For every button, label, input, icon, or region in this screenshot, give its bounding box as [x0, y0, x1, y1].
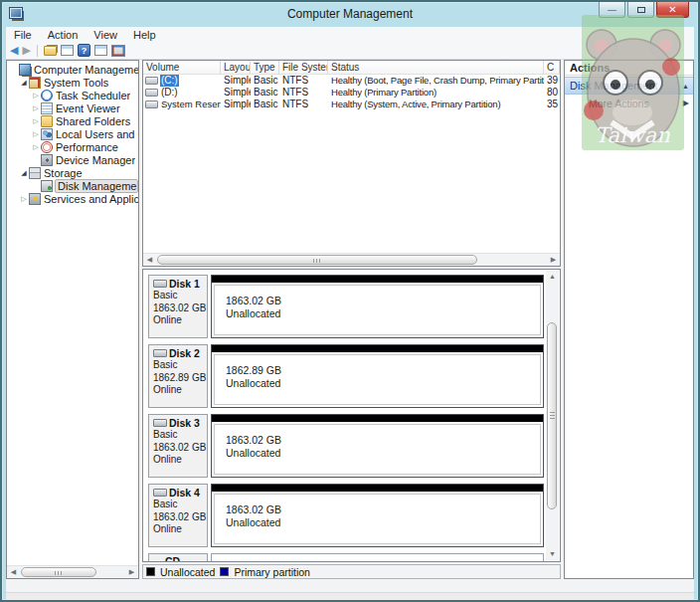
disk-4-label[interactable]: Disk 4 Basic 1863.02 GB Online [148, 484, 208, 547]
export-list-icon[interactable] [44, 46, 57, 56]
menu-action[interactable]: Action [40, 29, 87, 41]
tree-item-device-manager[interactable]: Device Manager [7, 153, 138, 166]
column-status[interactable]: Status [328, 61, 544, 74]
disk-2-group: Disk 2 Basic 1862.89 GB Online 1862.89 G… [148, 344, 544, 408]
tree-item-services-and-applications[interactable]: Services and Applications [7, 192, 138, 205]
unallocated-color-bar [212, 485, 543, 492]
primary-partition-legend-swatch [220, 567, 229, 576]
expander-icon[interactable] [31, 92, 41, 100]
maximize-button[interactable] [627, 2, 654, 18]
disk-4-group: Disk 4 Basic 1863.02 GB Online 1863.02 G… [148, 484, 544, 547]
disk-3-group: Disk 3 Basic 1863.02 GB Online 1863.02 G… [148, 414, 544, 478]
forward-icon[interactable]: ▶ [22, 45, 30, 56]
tree-item-computer-management[interactable]: Computer Management (Local) [7, 63, 138, 76]
titlebar[interactable]: Computer Management — ✕ [2, 2, 698, 27]
expander-icon[interactable] [19, 169, 29, 177]
tree-horizontal-scrollbar[interactable]: ◀ ▶ [7, 565, 138, 578]
tree-item-local-users-and-groups[interactable]: Local Users and Groups [7, 127, 138, 140]
disk-1-label[interactable]: Disk 1 Basic 1863.02 GB Online [148, 275, 208, 338]
toolbar-separator [37, 45, 38, 57]
column-capacity[interactable]: C [544, 61, 560, 74]
column-file-system[interactable]: File System [279, 61, 328, 74]
disk-vertical-scrollbar[interactable]: ▲ ▼ [546, 271, 559, 560]
unallocated-legend-swatch [146, 567, 155, 576]
task-scheduler-icon [41, 90, 53, 101]
actions-pane: Actions Disk Management ▲ More Actions ▶ [564, 60, 694, 579]
volume-horizontal-scrollbar[interactable]: ◀ ▶ [143, 253, 560, 266]
actions-disk-management-section[interactable]: Disk Management ▲ [565, 77, 693, 95]
tree-item-event-viewer[interactable]: Event Viewer [7, 101, 138, 114]
volume-row-d[interactable]: (D:) Simple Basic NTFS Healthy (Primary … [143, 87, 560, 99]
actions-header: Actions [565, 61, 693, 76]
column-layout[interactable]: Layout [221, 61, 251, 74]
disk-2-unallocated-region[interactable]: 1862.89 GB Unallocated [211, 344, 544, 408]
expander-icon[interactable] [31, 104, 41, 112]
show-action-pane-icon[interactable] [94, 45, 107, 56]
storage-icon [29, 167, 41, 179]
menu-help[interactable]: Help [125, 29, 164, 41]
tree-item-storage[interactable]: Storage [7, 166, 138, 179]
collapse-icon[interactable]: ▲ [682, 83, 689, 90]
disk-2-label[interactable]: Disk 2 Basic 1862.89 GB Online [148, 344, 208, 408]
tree-item-disk-management[interactable]: Disk Management [7, 179, 138, 192]
expander-icon[interactable] [19, 195, 29, 203]
scroll-right-icon[interactable]: ▶ [125, 566, 138, 578]
scroll-down-icon[interactable]: ▼ [546, 548, 559, 560]
close-button[interactable]: ✕ [656, 2, 689, 18]
computer-management-window: Computer Management — ✕ File Action View… [0, 0, 700, 602]
volume-list-pane: Volume Layout Type File System Status C … [142, 60, 561, 267]
disk-icon [153, 349, 167, 357]
scrollbar-thumb[interactable] [157, 255, 477, 265]
column-type[interactable]: Type [251, 61, 279, 74]
tree-item-performance[interactable]: Performance [7, 140, 138, 153]
cdrom-0-group[interactable]: CD-ROM 0 [148, 553, 544, 562]
drive-icon [145, 100, 158, 108]
tree-item-task-scheduler[interactable]: Task Scheduler [7, 89, 138, 101]
column-volume[interactable]: Volume [143, 61, 221, 74]
scrollbar-thumb[interactable] [547, 322, 557, 509]
menu-view[interactable]: View [86, 29, 125, 41]
help-icon[interactable]: ? [78, 44, 90, 57]
expander-icon[interactable] [31, 130, 41, 138]
drive-icon [145, 77, 158, 85]
console-tree-pane: Computer Management (Local) System Tools… [6, 60, 139, 579]
scroll-left-icon[interactable]: ◀ [143, 254, 156, 266]
event-viewer-icon [41, 102, 53, 114]
performance-icon [41, 141, 53, 153]
scroll-right-icon[interactable]: ▶ [547, 254, 560, 266]
disk-management-icon [41, 180, 53, 192]
volume-row-c[interactable]: (C:) Simple Basic NTFS Healthy (Boot, Pa… [143, 75, 560, 87]
volume-row-system-reserved[interactable]: System Reserved Simple Basic NTFS Health… [143, 99, 560, 110]
disk-console-icon[interactable] [111, 45, 125, 57]
services-icon [29, 193, 41, 205]
scrollbar-thumb[interactable] [21, 567, 96, 577]
menu-file[interactable]: File [6, 29, 40, 41]
maximize-icon [637, 7, 645, 13]
mmc-client-area: File Action View Help ◀ ▶ ? Computer Man… [6, 27, 694, 592]
back-icon[interactable]: ◀ [10, 45, 18, 56]
window-title: Computer Management [2, 2, 698, 26]
disk-icon [153, 419, 167, 427]
unallocated-color-bar [212, 415, 543, 422]
menu-bar: File Action View Help [6, 27, 694, 42]
expander-icon[interactable] [31, 143, 41, 151]
disk-3-label[interactable]: Disk 3 Basic 1863.02 GB Online [148, 414, 208, 478]
expander-icon[interactable] [19, 79, 29, 87]
minimize-button[interactable]: — [599, 2, 625, 18]
expander-icon[interactable] [31, 117, 41, 125]
scroll-up-icon[interactable]: ▲ [546, 271, 559, 283]
tree-item-system-tools[interactable]: System Tools [7, 76, 138, 89]
tree-item-shared-folders[interactable]: Shared Folders [7, 114, 138, 127]
more-actions-item[interactable]: More Actions ▶ [565, 95, 693, 111]
system-tools-icon [29, 77, 41, 89]
shared-folders-icon [41, 115, 53, 127]
status-bar [6, 592, 694, 602]
partition-legend: Unallocated Primary partition [142, 564, 561, 579]
disk-4-unallocated-region[interactable]: 1863.02 GB Unallocated [211, 484, 544, 547]
unallocated-color-bar [212, 276, 543, 283]
show-console-tree-icon[interactable] [61, 45, 74, 56]
scroll-left-icon[interactable]: ◀ [7, 566, 20, 578]
disk-1-unallocated-region[interactable]: 1863.02 GB Unallocated [211, 275, 544, 338]
local-users-icon [41, 128, 53, 140]
disk-3-unallocated-region[interactable]: 1863.02 GB Unallocated [211, 414, 544, 478]
